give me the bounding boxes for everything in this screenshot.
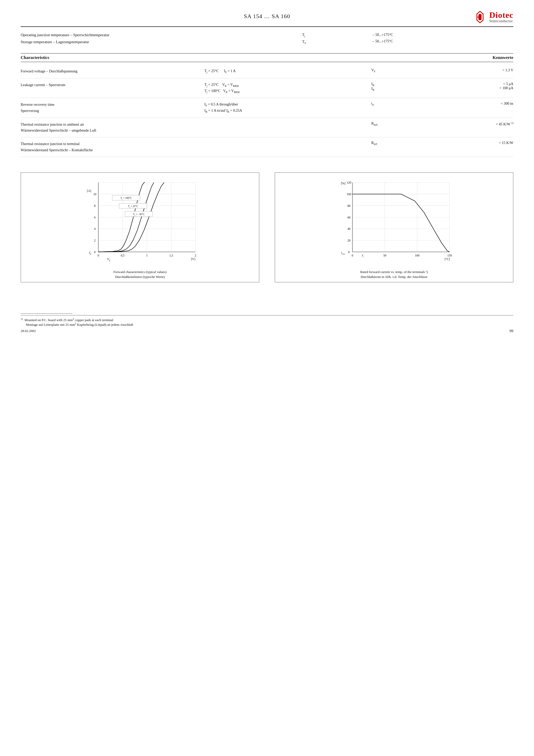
svg-text:120: 120 — [347, 181, 351, 184]
reverse-recovery-cond: IF = 0.5 A through/über IR = 1 A to/auf … — [204, 102, 371, 114]
svg-text:100: 100 — [415, 254, 419, 257]
charts-area: 0 2 4 6 8 10 [A] IF 0 0,5 1 1,5 2 VF [V] — [21, 173, 513, 282]
temp-storage-symbol: TS — [302, 39, 372, 45]
chart2-svg: 0 20 40 60 80 100 120 [%] IFAV 0 Tr 50 1… — [278, 178, 511, 266]
svg-text:8: 8 — [94, 204, 95, 208]
svg-text:150: 150 — [447, 254, 452, 257]
chart1-caption-en: Forward characteristics (typical values) — [23, 269, 256, 275]
reverse-recovery-value: < 300 ns — [430, 102, 513, 106]
forward-voltage-cond: Tj = 25°C IF = 1 A — [204, 68, 371, 74]
characteristics-header: Characteristics Kennwerte — [21, 53, 513, 62]
svg-text:4: 4 — [94, 227, 95, 230]
reverse-recovery-symbol: trr — [371, 102, 430, 106]
temp-junction-symbol: Tj — [302, 32, 372, 39]
chart2-caption: Rated forward current vs. temp. of the t… — [278, 269, 511, 280]
footnote-1-de: Montage auf Leiterplatte mit 25 mm2 Kupf… — [21, 322, 513, 327]
svg-text:0: 0 — [98, 254, 99, 257]
temp-storage-value: – 50...+175°C — [372, 38, 513, 44]
row-thermal-terminal: Thermal resistance junction to terminal … — [21, 137, 513, 157]
svg-text:50: 50 — [383, 254, 387, 257]
footnote-num: 1) — [21, 317, 23, 320]
svg-text:0: 0 — [352, 254, 353, 257]
svg-text:6: 6 — [94, 216, 95, 219]
leakage-current-desc: Leakage current – Sperrstrom — [21, 82, 204, 88]
logo-subtitle: Semiconductor — [489, 19, 513, 23]
thermal-terminal-desc: Thermal resistance junction to terminal … — [21, 141, 204, 153]
row-forward-voltage: Forward voltage – Durchlaßspannung Tj = … — [21, 65, 513, 78]
footer-date: 28.02.2002 — [21, 329, 36, 333]
svg-text:0: 0 — [94, 251, 95, 254]
svg-text:80: 80 — [347, 204, 351, 208]
logo-text-area: Diotec Semiconductor — [489, 11, 513, 23]
temp-values: – 50...+175°C – 50...+175°C — [372, 32, 513, 45]
leakage-current-value: < 5 μA < 100 μA — [430, 82, 513, 90]
characteristics-label: Characteristics — [21, 55, 49, 60]
svg-text:60: 60 — [347, 216, 351, 219]
svg-text:0,5: 0,5 — [121, 254, 124, 257]
thermal-ambient-desc: Thermal resistance junction to ambient a… — [21, 122, 204, 133]
chart1-svg: 0 2 4 6 8 10 [A] IF 0 0,5 1 1,5 2 VF [V] — [23, 178, 256, 266]
temp-storage-label: Storage temperature – Lagerungstemperatu… — [21, 39, 302, 45]
forward-voltage-value: < 1.3 V — [430, 68, 513, 72]
temp-labels: Operating junction temperature – Sperrsc… — [21, 32, 302, 45]
footer-area: 1) Mounted on P.C. board with 25 mm2 cop… — [21, 313, 513, 334]
svg-text:IFAV: IFAV — [341, 251, 346, 255]
temp-symbols: Tj TS — [302, 32, 372, 45]
temp-junction-value: – 50...+175°C — [372, 32, 513, 38]
svg-text:[°C]: [°C] — [444, 257, 450, 261]
chart-forward-current-temp: 0 20 40 60 80 100 120 [%] IFAV 0 Tr 50 1… — [275, 173, 513, 282]
svg-text:1,5: 1,5 — [169, 254, 173, 257]
svg-text:[A]: [A] — [87, 189, 91, 192]
chart1-caption: Forward characteristics (typical values)… — [23, 269, 256, 280]
chart2-caption-de: Durchlaßstrom in Abh. v.d. Temp. der Ans… — [278, 274, 511, 280]
temperature-section: Operating junction temperature – Sperrsc… — [21, 32, 513, 45]
svg-text:1: 1 — [146, 254, 147, 257]
page-title: SA 154 … SA 160 — [185, 10, 349, 20]
footnote-en: Mounted on P.C. board with 25 mm2 copper… — [25, 318, 113, 322]
leakage-current-symbol: IR IR — [371, 82, 430, 91]
forward-voltage-symbol: VF — [371, 68, 430, 73]
svg-text:[%]: [%] — [341, 182, 346, 185]
svg-text:VF: VF — [107, 257, 110, 262]
logo-area: Diotec Semiconductor — [349, 10, 513, 24]
thermal-ambient-symbol: RthA — [371, 122, 430, 126]
page-number: 99 — [509, 329, 513, 333]
thermal-terminal-symbol: RthT — [371, 141, 430, 146]
svg-text:10: 10 — [93, 193, 96, 196]
svg-text:0: 0 — [348, 251, 350, 254]
svg-text:40: 40 — [347, 227, 351, 230]
kennwerte-label: Kennwerte — [493, 55, 513, 60]
footnote-1: 1) Mounted on P.C. board with 25 mm2 cop… — [21, 317, 513, 322]
chart2-caption-en: Rated forward current vs. temp. of the t… — [278, 269, 511, 275]
row-reverse-recovery: Reverse recovery time Sperrverzug IF = 0… — [21, 98, 513, 118]
svg-text:2: 2 — [195, 254, 196, 257]
chart-forward-characteristics: 0 2 4 6 8 10 [A] IF 0 0,5 1 1,5 2 VF [V] — [21, 173, 259, 282]
svg-text:100: 100 — [347, 193, 351, 196]
leakage-current-cond: Tj = 25°C VR = VRRM Tj = 100°C VR = VRRM — [204, 82, 371, 94]
forward-voltage-desc: Forward voltage – Durchlaßspannung — [21, 68, 204, 74]
temp-junction-label: Operating junction temperature – Sperrsc… — [21, 32, 302, 39]
chart1-caption-de: Durchlaßkennlinien (typische Werte) — [23, 274, 256, 280]
logo-brand: Diotec — [489, 11, 513, 19]
row-leakage-current: Leakage current – Sperrstrom Tj = 25°C V… — [21, 78, 513, 98]
row-thermal-ambient: Thermal resistance junction to ambient a… — [21, 118, 513, 137]
footer: 1) Mounted on P.C. board with 25 mm2 cop… — [21, 315, 513, 327]
diotec-logo-icon — [473, 10, 487, 24]
svg-text:2: 2 — [94, 239, 95, 242]
svg-text:[V]: [V] — [191, 257, 195, 261]
svg-text:Tr: Tr — [361, 254, 364, 258]
page-header: SA 154 … SA 160 Diotec Semiconductor — [21, 10, 513, 27]
svg-text:IF: IF — [89, 251, 92, 256]
svg-text:20: 20 — [347, 239, 351, 242]
thermal-ambient-value: < 45 K/W 1) — [430, 122, 513, 126]
footer-bottom: 28.02.2002 99 — [21, 329, 513, 333]
reverse-recovery-desc: Reverse recovery time Sperrverzug — [21, 102, 204, 114]
thermal-terminal-value: < 15 K/W — [430, 141, 513, 145]
